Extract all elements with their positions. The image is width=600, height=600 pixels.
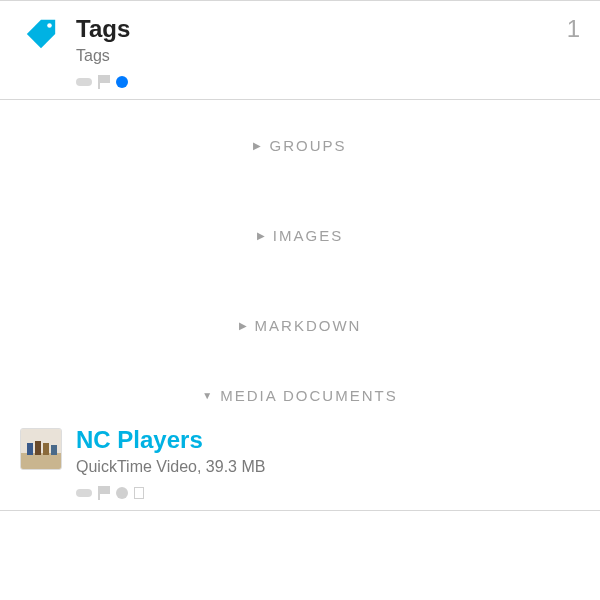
- row-tags-body: Tags Tags: [62, 15, 557, 89]
- svg-rect-3: [27, 443, 33, 455]
- svg-rect-5: [43, 443, 49, 455]
- section-images-label: IMAGES: [273, 227, 343, 244]
- label-icon: [76, 78, 92, 86]
- row-tags-title: Tags: [76, 15, 557, 43]
- row-tags-status: [76, 75, 557, 89]
- svg-point-0: [47, 23, 52, 28]
- row-tags-count: 1: [557, 15, 580, 43]
- section-media-documents-label: MEDIA DOCUMENTS: [220, 387, 398, 404]
- row-media-body: NC Players QuickTime Video, 39.3 MB: [62, 426, 580, 500]
- dot-icon: [116, 487, 128, 499]
- svg-rect-2: [21, 453, 61, 469]
- svg-rect-6: [51, 445, 57, 455]
- section-markdown[interactable]: ▶ MARKDOWN: [0, 280, 600, 370]
- dot-icon: [116, 76, 128, 88]
- row-media-subtitle: QuickTime Video, 39.3 MB: [76, 458, 580, 476]
- row-tags-subtitle: Tags: [76, 47, 557, 65]
- chevron-down-icon: ▼: [202, 390, 214, 401]
- section-media-documents[interactable]: ▼ MEDIA DOCUMENTS: [0, 370, 600, 420]
- divider-bottom: [0, 510, 600, 511]
- tag-icon: [20, 15, 62, 51]
- flag-icon: [98, 486, 110, 500]
- chevron-right-icon: ▶: [257, 230, 267, 241]
- section-groups[interactable]: ▶ GROUPS: [0, 100, 600, 190]
- row-tags[interactable]: Tags Tags 1: [0, 1, 600, 99]
- row-media-status: [76, 486, 580, 500]
- chevron-right-icon: ▶: [239, 320, 249, 331]
- label-icon: [76, 489, 92, 497]
- row-media[interactable]: NC Players QuickTime Video, 39.3 MB: [0, 420, 600, 510]
- section-groups-label: GROUPS: [269, 137, 346, 154]
- row-media-title: NC Players: [76, 426, 580, 454]
- media-thumbnail: [20, 426, 62, 470]
- page-icon: [134, 487, 144, 499]
- section-images[interactable]: ▶ IMAGES: [0, 190, 600, 280]
- svg-rect-4: [35, 441, 41, 455]
- flag-icon: [98, 75, 110, 89]
- section-markdown-label: MARKDOWN: [255, 317, 362, 334]
- chevron-right-icon: ▶: [253, 140, 263, 151]
